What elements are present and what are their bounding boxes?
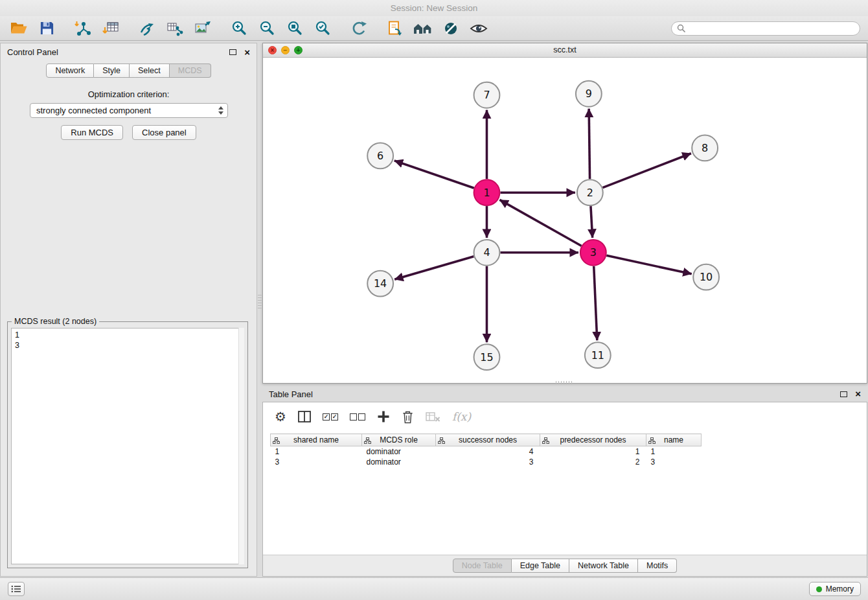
save-session-button[interactable] bbox=[36, 18, 58, 39]
panel-divider-handle[interactable] bbox=[258, 295, 262, 310]
new-network-button[interactable] bbox=[136, 18, 158, 39]
search-field[interactable] bbox=[671, 21, 860, 36]
graph-node-6[interactable]: 6 bbox=[367, 143, 393, 168]
table-cell[interactable]: 3 bbox=[646, 457, 702, 467]
graph-edge-4-14[interactable] bbox=[394, 257, 474, 280]
graph-node-3[interactable]: 3 bbox=[580, 240, 606, 266]
task-history-button[interactable] bbox=[8, 582, 25, 596]
delete-row-button[interactable] bbox=[402, 410, 414, 424]
table-row[interactable]: 1dominator411 bbox=[271, 446, 702, 457]
tab-network[interactable]: Network bbox=[46, 63, 94, 78]
checked-boxes-icon: ✓✓ bbox=[323, 413, 338, 421]
tab-select[interactable]: Select bbox=[130, 63, 170, 78]
graph-edge-2-9[interactable] bbox=[589, 109, 589, 179]
deselect-all-button[interactable] bbox=[350, 413, 365, 421]
graph-node-9[interactable]: 9 bbox=[576, 81, 602, 107]
column-header-shared-name[interactable]: shared name bbox=[271, 434, 362, 446]
graph-edge-3-10[interactable] bbox=[606, 255, 691, 273]
open-session-button[interactable] bbox=[8, 18, 30, 39]
table-cell[interactable]: 1 bbox=[271, 446, 362, 457]
import-network-button[interactable] bbox=[72, 18, 94, 39]
graph-node-14[interactable]: 14 bbox=[367, 271, 393, 297]
float-table-panel-icon[interactable] bbox=[840, 391, 847, 397]
graph-node-1[interactable]: 1 bbox=[474, 179, 500, 205]
table-cell[interactable]: 1 bbox=[540, 446, 646, 457]
graph-node-11[interactable]: 11 bbox=[585, 342, 611, 368]
tab-style[interactable]: Style bbox=[94, 63, 130, 78]
add-row-button[interactable] bbox=[377, 410, 390, 423]
table-cell[interactable]: 3 bbox=[436, 457, 540, 467]
window-controls: × − + bbox=[268, 46, 303, 54]
delete-table-button[interactable] bbox=[426, 411, 440, 422]
close-window-icon[interactable]: × bbox=[268, 46, 277, 54]
graph-edge-1-6[interactable] bbox=[394, 161, 474, 188]
graph-node-4[interactable]: 4 bbox=[474, 240, 500, 266]
zoom-selected-button[interactable] bbox=[312, 18, 334, 39]
table-cell[interactable]: dominator bbox=[362, 446, 436, 457]
table-divider-handle[interactable] bbox=[556, 381, 573, 384]
graph-edge-2-8[interactable] bbox=[602, 154, 691, 188]
first-neighbors-button[interactable] bbox=[412, 18, 434, 39]
zoom-selected-icon bbox=[314, 20, 331, 37]
table-cell[interactable]: 4 bbox=[436, 446, 540, 457]
dropdown-stepper-icon bbox=[218, 106, 223, 115]
network-graph[interactable]: 7968124314101511 bbox=[263, 57, 867, 383]
minimize-window-icon[interactable]: − bbox=[281, 46, 290, 54]
refresh-view-button[interactable] bbox=[348, 18, 370, 39]
column-header-predecessor-nodes[interactable]: predecessor nodes bbox=[540, 434, 646, 446]
graph-edge-2-3[interactable] bbox=[591, 206, 593, 238]
graph-edge-3-11[interactable] bbox=[594, 266, 597, 341]
apply-function-button[interactable]: f(x) bbox=[452, 410, 471, 423]
table-cell[interactable]: dominator bbox=[362, 457, 436, 467]
tab-edge-table[interactable]: Edge Table bbox=[512, 559, 569, 573]
refresh-group bbox=[348, 18, 370, 39]
sort-icon bbox=[438, 437, 445, 446]
zoom-in-icon bbox=[231, 20, 247, 37]
table-cell[interactable]: 2 bbox=[540, 457, 646, 467]
column-header-mcds-role[interactable]: MCDS role bbox=[362, 434, 436, 446]
export-image-button[interactable] bbox=[192, 18, 214, 39]
close-panel-icon[interactable]: × bbox=[244, 48, 250, 57]
tab-node-table[interactable]: Node Table bbox=[453, 559, 512, 573]
table-settings-button[interactable]: ⚙ bbox=[275, 410, 286, 423]
close-table-panel-icon[interactable]: × bbox=[855, 389, 861, 398]
graph-edge-3-1[interactable] bbox=[499, 200, 581, 246]
select-all-button[interactable]: ✓✓ bbox=[323, 413, 338, 421]
maximize-window-icon[interactable]: + bbox=[294, 46, 303, 54]
graph-node-15[interactable]: 15 bbox=[474, 344, 500, 370]
plus-icon bbox=[377, 410, 390, 423]
application-window: Session: New Session bbox=[0, 0, 868, 600]
zoom-fit-button[interactable] bbox=[284, 18, 306, 39]
float-panel-icon[interactable] bbox=[229, 49, 236, 55]
show-hide-graphics-button[interactable] bbox=[468, 18, 490, 39]
graph-node-8[interactable]: 8 bbox=[692, 135, 718, 161]
duplicate-network-button[interactable] bbox=[384, 18, 406, 39]
new-network-from-table-button[interactable] bbox=[164, 18, 186, 39]
column-header-successor-nodes[interactable]: successor nodes bbox=[436, 434, 540, 446]
network-table-icon bbox=[166, 20, 183, 37]
mcds-result-title: MCDS result (2 nodes) bbox=[12, 317, 99, 326]
criterion-dropdown[interactable]: strongly connected component bbox=[30, 103, 228, 118]
show-columns-button[interactable] bbox=[298, 411, 311, 422]
tab-network-table[interactable]: Network Table bbox=[569, 559, 638, 573]
result-scrollbar[interactable] bbox=[238, 328, 244, 564]
graph-node-10[interactable]: 10 bbox=[693, 264, 719, 290]
mcds-result-text[interactable]: 1 3 bbox=[11, 328, 244, 564]
memory-button[interactable]: Memory bbox=[809, 582, 861, 596]
close-panel-button[interactable]: Close panel bbox=[132, 125, 196, 140]
table-cell[interactable]: 3 bbox=[271, 457, 362, 467]
open-folder-icon bbox=[10, 21, 27, 36]
table-row[interactable]: 3dominator323 bbox=[271, 457, 702, 467]
zoom-out-button[interactable] bbox=[256, 18, 278, 39]
table-cell[interactable]: 1 bbox=[646, 446, 702, 457]
column-header-name[interactable]: name bbox=[646, 434, 702, 446]
zoom-in-button[interactable] bbox=[228, 18, 250, 39]
style-paint-button[interactable] bbox=[440, 18, 462, 39]
graph-node-7[interactable]: 7 bbox=[474, 82, 500, 108]
tab-motifs[interactable]: Motifs bbox=[638, 559, 677, 573]
run-mcds-button[interactable]: Run MCDS bbox=[61, 125, 123, 140]
tab-mcds[interactable]: MCDS bbox=[170, 63, 211, 78]
search-input[interactable] bbox=[689, 23, 854, 34]
import-table-button[interactable] bbox=[100, 18, 122, 39]
graph-node-2[interactable]: 2 bbox=[577, 179, 603, 205]
